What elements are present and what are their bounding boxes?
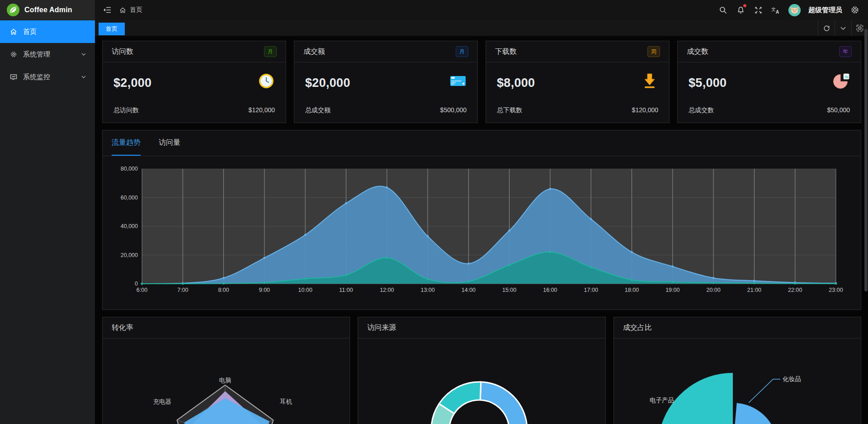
fullscreen-button[interactable] xyxy=(753,5,763,15)
svg-text:10:00: 10:00 xyxy=(298,287,312,293)
menu-fold-icon xyxy=(103,6,111,14)
download-icon xyxy=(641,72,658,90)
stat-value: $8,000 xyxy=(497,76,535,90)
refresh-icon xyxy=(823,25,830,32)
svg-text:%: % xyxy=(845,75,849,79)
period-badge: 周 xyxy=(647,46,660,57)
visit-source-card: 访问来源 xyxy=(358,317,605,424)
visit-source-donut-chart[interactable] xyxy=(358,338,605,424)
notification-badge-dot xyxy=(743,4,746,7)
stat-value: $20,000 xyxy=(305,76,350,90)
sidebar: Coffee Admin 首页 系统管理 xyxy=(0,0,95,424)
svg-text:电脑: 电脑 xyxy=(219,377,231,384)
stat-card-transaction-amount: 成交额 月 $20,000 总成交额 $500,000 xyxy=(294,41,478,123)
stat-value: $5,000 xyxy=(689,76,726,90)
topbar: 首页 xyxy=(95,0,868,20)
deal-share-pie-chart[interactable]: 电子产品化妆品 xyxy=(614,338,861,424)
svg-text:20,000: 20,000 xyxy=(121,252,138,258)
tabs-bar: 首页 xyxy=(95,20,868,36)
svg-text:化妆品: 化妆品 xyxy=(783,376,801,382)
chevron-down-icon xyxy=(81,53,86,56)
svg-text:充电器: 充电器 xyxy=(153,398,172,405)
page-content: 访问数 月 $2,000 总访问数 $120,000 xyxy=(95,36,868,424)
stat-footer-label: 总访问数 xyxy=(113,106,139,114)
tab-label: 访问量 xyxy=(159,138,180,148)
maximize-icon xyxy=(856,24,863,32)
stat-cards-row: 访问数 月 $2,000 总访问数 $120,000 xyxy=(102,41,861,123)
avatar-image xyxy=(788,4,801,16)
tab-controls xyxy=(818,20,868,36)
avatar[interactable] xyxy=(788,4,801,16)
settings-button[interactable] xyxy=(850,5,860,15)
search-button[interactable] xyxy=(718,5,728,15)
translate-icon: 文 A xyxy=(771,6,780,14)
svg-text:耳机: 耳机 xyxy=(280,398,292,405)
brand-title: Coffee Admin xyxy=(24,6,72,14)
bell-icon xyxy=(737,6,745,14)
card-title: 访问来源 xyxy=(367,323,396,333)
period-badge: 月 xyxy=(456,46,468,57)
brand-logo-icon xyxy=(6,3,20,17)
fullscreen-icon xyxy=(755,6,762,14)
breadcrumb[interactable]: 首页 xyxy=(119,6,142,14)
svg-text:12:00: 12:00 xyxy=(380,287,394,293)
svg-text:11:00: 11:00 xyxy=(339,287,353,293)
tab-label: 流量趋势 xyxy=(112,138,141,148)
svg-text:19:00: 19:00 xyxy=(665,287,679,293)
svg-text:9:00: 9:00 xyxy=(259,287,270,293)
language-switch-button[interactable]: 文 A xyxy=(771,5,781,15)
refresh-tab-button[interactable] xyxy=(818,20,835,36)
stat-card-title: 成交额 xyxy=(303,47,325,57)
traffic-trend-area-chart[interactable]: 020,00040,00060,00080,0006:007:008:009:0… xyxy=(103,156,861,310)
clock-icon xyxy=(258,72,275,90)
deal-share-card: 成交占比 电子产品化妆品 xyxy=(613,317,861,424)
pie-icon: % xyxy=(833,72,850,90)
tab-visit-volume[interactable]: 访问量 xyxy=(159,130,180,156)
sidebar-item-system-management[interactable]: 系统管理 xyxy=(0,43,95,66)
stat-footer-label: 总下载数 xyxy=(497,106,522,114)
brand[interactable]: Coffee Admin xyxy=(0,0,95,20)
stat-card-downloads: 下载数 周 $8,000 总下载数 $120,000 xyxy=(486,41,670,123)
gear-icon xyxy=(851,6,859,14)
svg-text:22:00: 22:00 xyxy=(788,287,802,293)
bottom-charts-row: 转化率 电脑充电器耳机 访问来源 成交占比 电子产品化妆品 xyxy=(102,317,861,424)
svg-text:18:00: 18:00 xyxy=(625,287,639,293)
svg-text:6:00: 6:00 xyxy=(137,287,147,293)
main-area: 首页 xyxy=(95,0,868,424)
conversion-rate-card: 转化率 电脑充电器耳机 xyxy=(102,317,350,424)
stat-footer-label: 总成交额 xyxy=(305,106,330,114)
svg-text:17:00: 17:00 xyxy=(584,287,598,293)
svg-text:0: 0 xyxy=(135,281,138,287)
svg-text:电子产品: 电子产品 xyxy=(650,397,674,404)
stat-footer-value: $50,000 xyxy=(827,106,850,114)
svg-text:文: 文 xyxy=(771,7,776,12)
current-user-name[interactable]: 超级管理员 xyxy=(808,6,842,14)
sidebar-item-home[interactable]: 首页 xyxy=(0,20,95,43)
sidebar-collapse-button[interactable] xyxy=(102,5,112,15)
stat-footer-value: $120,000 xyxy=(249,106,275,114)
search-icon xyxy=(719,6,727,14)
period-badge: 月 xyxy=(264,46,277,57)
svg-text:8:00: 8:00 xyxy=(218,287,229,293)
trend-chart-tabs: 流量趋势 访问量 xyxy=(103,130,861,156)
sidebar-item-label: 系统监控 xyxy=(23,73,50,81)
tab-options-button[interactable] xyxy=(835,20,851,36)
svg-text:15:00: 15:00 xyxy=(502,287,516,293)
page-tab-home[interactable]: 首页 xyxy=(99,23,125,35)
trend-chart-card: 流量趋势 访问量 020,00040,00060,00080,0006:007:… xyxy=(102,130,861,310)
svg-text:A: A xyxy=(776,10,779,14)
chevron-down-icon xyxy=(840,27,846,30)
tab-traffic-trend[interactable]: 流量趋势 xyxy=(112,130,141,156)
sidebar-item-system-monitoring[interactable]: 系统监控 xyxy=(0,66,95,88)
svg-text:7:00: 7:00 xyxy=(177,287,188,293)
svg-text:40,000: 40,000 xyxy=(121,223,138,229)
svg-text:23:00: 23:00 xyxy=(829,287,843,293)
svg-text:13:00: 13:00 xyxy=(420,287,434,293)
stat-card-visits: 访问数 月 $2,000 总访问数 $120,000 xyxy=(102,41,286,123)
card-title: 转化率 xyxy=(112,323,133,333)
scrollbar[interactable] xyxy=(864,29,868,291)
page-tab-label: 首页 xyxy=(106,25,118,33)
conversion-rate-radar-chart[interactable]: 电脑充电器耳机 xyxy=(103,338,349,424)
sidebar-item-label: 系统管理 xyxy=(23,50,50,59)
notifications-button[interactable] xyxy=(736,5,745,15)
